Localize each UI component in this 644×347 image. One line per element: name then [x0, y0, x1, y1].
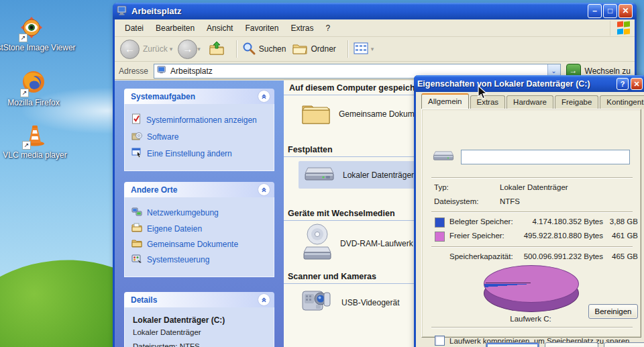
item-shared-documents[interactable]: Gemeinsame Dokumente: [301, 101, 430, 127]
collapse-chevron-icon[interactable]: [258, 183, 270, 196]
link-network[interactable]: Netzwerkumgebung: [131, 207, 267, 219]
views-icon: [354, 42, 368, 56]
folders-icon: [292, 42, 307, 57]
used-space-size: 3,88 GB: [596, 217, 638, 226]
close-button[interactable]: ✕: [619, 4, 633, 18]
item-usb-video-device[interactable]: USB-Videogerät: [300, 287, 400, 317]
my-documents-icon: [131, 223, 142, 234]
details-subheading: Lokaler Datenträger: [133, 328, 266, 336]
link-shared-documents[interactable]: Gemeinsame Dokumente: [131, 238, 267, 250]
my-computer-icon: [157, 66, 167, 77]
desktop-icon-firefox[interactable]: ↗ Mozilla Firefox: [0, 70, 80, 107]
link-label: Eine Einstellung ändern: [147, 149, 232, 158]
panel-title: Andere Orte: [131, 185, 258, 195]
tab-extras[interactable]: Extras: [470, 95, 506, 109]
separator: [431, 327, 633, 328]
item-label: USB-Videogerät: [341, 298, 400, 307]
panel-title: Details: [131, 295, 258, 305]
checkbox-label: Laufwerk komprimieren, um Speicherplatz …: [449, 337, 629, 345]
panel-body: Lokaler Datenträger (C:) Lokaler Datentr…: [124, 307, 274, 347]
shortcut-arrow-icon: ↗: [20, 89, 29, 97]
search-label: Suchen: [259, 44, 286, 54]
tab-page-allgemein: Typ: Lokaler Datenträger Dateisystem: NT…: [421, 109, 641, 338]
shared-documents-icon: [131, 238, 142, 250]
link-change-setting[interactable]: Eine Einstellung ändern: [131, 147, 267, 160]
used-space-bytes: 4.174.180.352 Bytes: [502, 217, 603, 226]
dialog-titlebar[interactable]: Eigenschaften von Lokaler Datenträger (C…: [414, 75, 644, 92]
folders-label: Ordner: [311, 44, 335, 54]
panel-other-places-header[interactable]: Andere Orte: [124, 182, 274, 197]
folders-button[interactable]: Ordner: [292, 42, 335, 57]
firefox-icon: ↗: [21, 70, 46, 96]
separator: [431, 177, 633, 179]
window-titlebar[interactable]: Arbeitsplatz – □ ✕: [113, 3, 637, 19]
details-line: Dateisystem: NTFS: [133, 342, 266, 347]
cancel-button-partial[interactable]: [545, 342, 598, 347]
link-control-panel[interactable]: Systemsteuerung: [131, 254, 267, 266]
filesystem-value: NTFS: [500, 197, 520, 205]
vlc-cone-icon: ↗: [23, 123, 46, 148]
desktop-icon-faststone[interactable]: ↗ FastStone Image Viewer: [0, 16, 78, 52]
shortcut-arrow-icon: ↗: [19, 34, 28, 42]
cleanup-button[interactable]: Bereinigen: [588, 304, 638, 319]
tab-freigabe[interactable]: Freigabe: [555, 95, 598, 109]
address-value: Arbeitsplatz: [170, 66, 213, 76]
collapse-chevron-icon[interactable]: [258, 293, 270, 306]
video-camera-icon: [300, 287, 333, 317]
dvd-drive-icon: [303, 223, 332, 264]
link-label: Netzwerkumgebung: [147, 208, 219, 217]
properties-dialog: Eigenschaften von Lokaler Datenträger (C…: [414, 75, 644, 347]
system-info-icon: [131, 113, 142, 126]
tab-hardware[interactable]: Hardware: [506, 95, 553, 109]
menu-item-datei[interactable]: Datei: [119, 21, 150, 35]
pie-used-slice-line: [486, 283, 531, 283]
link-label: Systeminformationen anzeigen: [146, 115, 257, 125]
network-icon: [131, 207, 142, 219]
menu-item-extras[interactable]: Extras: [284, 21, 319, 35]
panel-details-header[interactable]: Details: [124, 292, 274, 307]
collapse-chevron-icon[interactable]: [258, 90, 270, 103]
link-software[interactable]: Software: [131, 130, 267, 143]
minimize-button[interactable]: –: [588, 4, 602, 18]
desktop-icon-vlc[interactable]: ↗ VLC media player: [0, 123, 82, 160]
forward-dropdown-icon[interactable]: ▾: [197, 46, 201, 52]
link-my-documents[interactable]: Eigene Dateien: [131, 223, 267, 234]
tab-allgemein[interactable]: Allgemein: [421, 93, 469, 109]
drive-label: Laufwerk C:: [484, 315, 578, 323]
window-title: Arbeitsplatz: [131, 6, 586, 16]
details-heading: Lokaler Datenträger (C:): [133, 315, 266, 325]
panel-system-tasks-header[interactable]: Systemaufgaben: [124, 89, 274, 104]
link-system-info[interactable]: Systeminformationen anzeigen: [131, 113, 267, 126]
disk-usage-pie-chart: [484, 265, 578, 312]
item-dvd-ram-drive[interactable]: DVD-RAM-Laufwerk (D:): [303, 223, 429, 264]
dialog-close-button[interactable]: ✕: [631, 78, 643, 90]
back-button[interactable]: ←: [120, 40, 140, 59]
menu-item-ansicht[interactable]: Ansicht: [201, 21, 239, 35]
windows-logo-icon: [610, 21, 632, 36]
tab-kontingent[interactable]: Kontingent: [600, 95, 644, 109]
apply-button-partial[interactable]: [604, 342, 644, 347]
forward-button[interactable]: →: [178, 40, 197, 59]
checkbox-unchecked[interactable]: [435, 336, 445, 346]
back-dropdown-icon[interactable]: ▾: [170, 46, 173, 52]
up-button[interactable]: [209, 41, 225, 58]
ok-button-partial[interactable]: [486, 342, 539, 347]
menu-item-hilfe[interactable]: ?: [319, 21, 336, 35]
desktop-icon-label: VLC media player: [0, 150, 82, 160]
menu-item-favoriten[interactable]: Favoriten: [239, 21, 284, 35]
maximize-button[interactable]: □: [603, 4, 617, 18]
volume-label-input[interactable]: [461, 150, 630, 164]
control-panel-icon: [131, 254, 142, 266]
link-label: Eigene Dateien: [147, 224, 202, 234]
free-space-bytes: 495.922.810.880 Bytes: [502, 232, 603, 240]
address-label: Adresse: [119, 66, 148, 76]
search-button[interactable]: Suchen: [242, 42, 286, 57]
pie-top: [484, 265, 579, 303]
faststone-icon: ↗: [20, 16, 43, 41]
search-icon: [242, 42, 256, 57]
separator: [431, 246, 633, 248]
menu-item-bearbeiten[interactable]: Bearbeiten: [150, 21, 201, 35]
views-button[interactable]: ▾: [354, 42, 380, 56]
views-dropdown-icon[interactable]: ▾: [371, 46, 374, 52]
help-button[interactable]: ?: [616, 78, 629, 90]
